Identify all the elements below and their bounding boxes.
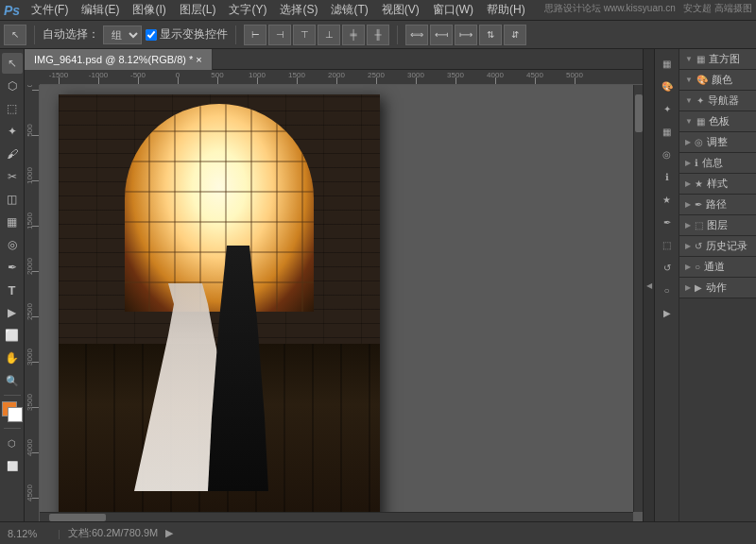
pen-tool[interactable]: ✒ (2, 257, 23, 278)
panel-item-history[interactable]: ▶↺历史记录 (679, 236, 756, 257)
brush-tool[interactable]: 🖌 (2, 144, 23, 164)
dist-right-btn[interactable]: ⟼ (455, 25, 477, 45)
menu-item[interactable]: 选择(S) (274, 0, 323, 20)
panel-header-info[interactable]: ▶ℹ信息 (679, 153, 756, 173)
hand-tool[interactable]: ✋ (2, 348, 23, 368)
panel-header-styles[interactable]: ▶★样式 (679, 174, 756, 194)
canvas-scroll[interactable]: 에는 사람들 인연하여 무엇이든... (40, 85, 643, 521)
dist-left-btn[interactable]: ⟺ (405, 25, 428, 45)
spot-heal-tool[interactable]: ✦ (2, 121, 23, 142)
menu-item[interactable]: 文件(F) (26, 0, 74, 20)
menu-item[interactable]: 图层(L) (174, 0, 222, 20)
align-center-btn[interactable]: ⊣ (268, 25, 291, 45)
menu-item[interactable]: 滤镜(T) (325, 0, 373, 20)
panel-item-channels[interactable]: ▶○通道 (679, 257, 756, 278)
panel-label-channels: 通道 (704, 260, 725, 274)
type-tool[interactable]: T (2, 280, 23, 300)
crop-tool[interactable]: ⬚ (2, 98, 23, 119)
panel-item-layers[interactable]: ▶⬚图层 (679, 215, 756, 236)
align-top-btn[interactable]: ⊥ (318, 25, 340, 45)
panel-item-paths[interactable]: ▶✒路径 (679, 195, 756, 215)
watermark-name: 安文超 高端摄图 (683, 3, 752, 13)
panel-icon-actions[interactable]: ▶ (657, 302, 678, 323)
eraser-tool[interactable]: ◫ (2, 189, 23, 210)
align-middle-btn[interactable]: ╪ (342, 25, 365, 45)
panel-small-icon-styles: ★ (695, 178, 703, 189)
dodge-tool[interactable]: ◎ (2, 234, 23, 255)
menu-item[interactable]: 视图(V) (376, 0, 425, 20)
menu-item[interactable]: 文字(Y) (223, 0, 272, 20)
panel-icon-navigator[interactable]: ✦ (657, 98, 678, 119)
panel-small-icon-channels: ○ (695, 262, 700, 272)
dist-center-btn[interactable]: ⟻ (430, 25, 453, 45)
ruler-v-label: 1500 (26, 212, 34, 230)
panel-icon-histogram[interactable]: ▦ (657, 53, 678, 74)
panel-header-history[interactable]: ▶↺历史记录 (679, 236, 756, 256)
clone-tool[interactable]: ✂ (2, 166, 23, 187)
scrollbar-v-thumb[interactable] (635, 94, 643, 132)
panel-item-adjustments[interactable]: ▶◎调整 (679, 132, 756, 153)
ruler-h-label: 3000 (407, 71, 424, 79)
menu-item[interactable]: 图像(I) (127, 0, 171, 20)
panel-icon-adjustments[interactable]: ◎ (657, 144, 678, 164)
zoom-tool[interactable]: 🔍 (2, 370, 23, 391)
panel-icon-swatches[interactable]: ▦ (657, 121, 678, 142)
panel-header-swatches[interactable]: ▼▦色板 (679, 111, 756, 131)
screen-mode-btn[interactable]: ⬜ (2, 455, 23, 476)
align-bottom-btn[interactable]: ╫ (367, 25, 389, 45)
quick-mask-btn[interactable]: ⬡ (2, 433, 23, 453)
file-info-arrow[interactable]: ▶ (165, 527, 173, 539)
ruler-h-label: 2500 (368, 71, 385, 79)
panel-item-info[interactable]: ▶ℹ信息 (679, 153, 756, 174)
panel-item-styles[interactable]: ▶★样式 (679, 174, 756, 195)
panel-header-actions[interactable]: ▶▶动作 (679, 278, 756, 298)
panel-item-color[interactable]: ▼🎨颜色 (679, 70, 756, 91)
panel-header-paths[interactable]: ▶✒路径 (679, 195, 756, 214)
move-tool[interactable]: ↖ (2, 53, 23, 74)
path-select-tool[interactable]: ▶ (2, 302, 23, 323)
scrollbar-h-thumb[interactable] (49, 514, 106, 521)
scrollbar-vertical[interactable] (633, 85, 643, 512)
panel-icon-info[interactable]: ℹ (657, 166, 678, 187)
panel-header-navigator[interactable]: ▼✦导航器 (679, 91, 756, 110)
align-left-btn[interactable]: ⊢ (244, 25, 266, 45)
panel-item-actions[interactable]: ▶▶动作 (679, 278, 756, 298)
panel-icon-styles[interactable]: ★ (657, 189, 678, 210)
dist-top-btn[interactable]: ⇅ (479, 25, 502, 45)
color-swatch[interactable] (2, 401, 23, 422)
panel-item-histogram[interactable]: ▼▦直方图 (679, 49, 756, 70)
menu-item[interactable]: 窗口(W) (427, 0, 479, 20)
canvas-tab[interactable]: IMG_9641.psd @ 8.12%(RGB/8) * × (25, 49, 213, 70)
background-color[interactable] (8, 407, 23, 422)
panel-header-channels[interactable]: ▶○通道 (679, 257, 756, 277)
panel-item-swatches[interactable]: ▼▦色板 (679, 111, 756, 132)
panel-header-color[interactable]: ▼🎨颜色 (679, 70, 756, 90)
auto-select-dropdown[interactable]: 组 (103, 26, 142, 44)
menu-item[interactable]: 帮助(H) (481, 0, 531, 20)
menu-item[interactable]: 编辑(E) (76, 0, 125, 20)
transform-controls-checkbox[interactable] (146, 29, 157, 41)
scrollbar-horizontal[interactable] (40, 512, 633, 521)
panel-header-adjustments[interactable]: ▶◎调整 (679, 132, 756, 152)
panel-label-histogram: 直方图 (709, 52, 740, 66)
dist-middle-btn[interactable]: ⇵ (504, 25, 526, 45)
panel-item-navigator[interactable]: ▼✦导航器 (679, 91, 756, 111)
align-right-btn[interactable]: ⊤ (293, 25, 316, 45)
panel-header-histogram[interactable]: ▼▦直方图 (679, 49, 756, 69)
panel-icon-paths[interactable]: ✒ (657, 212, 678, 232)
lasso-tool[interactable]: ⬡ (2, 76, 23, 96)
panel-icon-history[interactable]: ↺ (657, 257, 678, 278)
panel-icon-color[interactable]: 🎨 (657, 76, 678, 96)
watermark-text: 思路设计论坛 www.kissyuan.cn (544, 3, 676, 13)
ruler-v-label: 3000 (26, 348, 34, 366)
panel-icon-layers[interactable]: ⬚ (657, 234, 678, 255)
shape-tool[interactable]: ⬜ (2, 325, 23, 346)
status-bar: 8.12% | 文档:60.2M/780.9M ▶ (0, 521, 756, 544)
move-tool-btn[interactable]: ↖ (4, 25, 26, 45)
panel-header-layers[interactable]: ▶⬚图层 (679, 215, 756, 235)
ruler-v-label: 0 (26, 85, 34, 87)
panel-collapse-btn[interactable]: ◀ (644, 49, 655, 521)
panel-icon-channels[interactable]: ○ (657, 280, 678, 300)
panel-label-paths: 路径 (706, 197, 727, 212)
gradient-tool[interactable]: ▦ (2, 212, 23, 232)
